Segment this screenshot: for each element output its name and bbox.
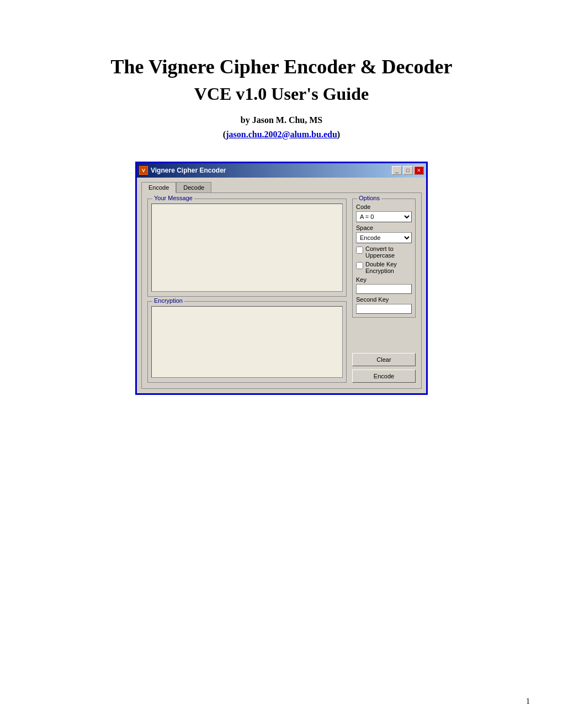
clear-button[interactable]: Clear <box>352 353 416 366</box>
code-select[interactable]: A = 0 <box>356 211 412 222</box>
window-title: Vignere Cipher Encoder <box>151 167 226 174</box>
encode-button[interactable]: Encode <box>352 370 416 383</box>
space-row: Space Encode <box>356 224 412 243</box>
double-key-row: Double Key Encryption <box>356 261 412 274</box>
tab-encode[interactable]: Encode <box>141 182 176 193</box>
title-bar: V Vignere Cipher Encoder _ □ ✕ <box>137 163 426 178</box>
page: The Vignere Cipher Encoder & Decoder VCE… <box>0 0 563 728</box>
app-icon: V <box>139 166 148 175</box>
title-bar-buttons: _ □ ✕ <box>392 166 424 175</box>
app-window: V Vignere Cipher Encoder _ □ ✕ Encode <box>135 162 428 395</box>
left-panel: Your Message Encryption <box>147 199 347 383</box>
encryption-label: Encryption <box>152 297 184 304</box>
main-layout: Your Message Encryption <box>147 199 416 383</box>
minimize-button[interactable]: _ <box>392 166 402 175</box>
message-label: Your Message <box>152 195 194 201</box>
key-input[interactable] <box>356 284 412 294</box>
title-bar-left: V Vignere Cipher Encoder <box>139 166 226 175</box>
space-label: Space <box>356 224 412 231</box>
author: by Jason M. Chu, MS <box>66 115 497 125</box>
code-label: Code <box>356 204 412 210</box>
app-window-container: V Vignere Cipher Encoder _ □ ✕ Encode <box>66 162 497 395</box>
second-key-label: Second Key <box>356 296 412 303</box>
encryption-group: Encryption <box>147 301 347 383</box>
options-group: Options Code A = 0 Space <box>352 199 416 318</box>
message-group: Your Message <box>147 199 347 297</box>
tab-bar: Encode Decode <box>141 182 422 193</box>
uppercase-checkbox[interactable] <box>356 247 363 254</box>
options-label: Options <box>357 195 381 201</box>
sub-title: VCE v1.0 User's Guide <box>66 84 497 104</box>
page-number: 1 <box>526 697 530 706</box>
tab-content: Your Message Encryption <box>141 192 422 389</box>
double-key-label: Double Key Encryption <box>365 261 412 274</box>
email-link[interactable]: jason.chu.2002@alum.bu.edu <box>226 130 337 139</box>
right-panel: Options Code A = 0 Space <box>352 199 416 383</box>
main-title: The Vignere Cipher Encoder & Decoder <box>66 55 497 78</box>
second-key-input[interactable] <box>356 304 412 314</box>
email-line: (jason.chu.2002@alum.bu.edu) <box>66 130 497 140</box>
second-key-row: Second Key <box>356 296 412 314</box>
code-row: Code A = 0 <box>356 204 412 222</box>
window-body: Encode Decode Your Message <box>137 178 426 393</box>
maximize-button[interactable]: □ <box>403 166 413 175</box>
key-row: Key <box>356 276 412 294</box>
uppercase-row: Convert to Uppercase <box>356 245 412 259</box>
tab-decode[interactable]: Decode <box>176 182 211 193</box>
double-key-checkbox[interactable] <box>356 262 363 269</box>
encryption-textarea[interactable] <box>151 306 343 378</box>
action-buttons: Clear Encode <box>352 347 416 383</box>
key-label: Key <box>356 276 412 283</box>
space-select[interactable]: Encode <box>356 232 412 243</box>
close-button[interactable]: ✕ <box>414 166 424 175</box>
uppercase-label: Convert to Uppercase <box>365 245 412 259</box>
message-textarea[interactable] <box>151 204 343 292</box>
